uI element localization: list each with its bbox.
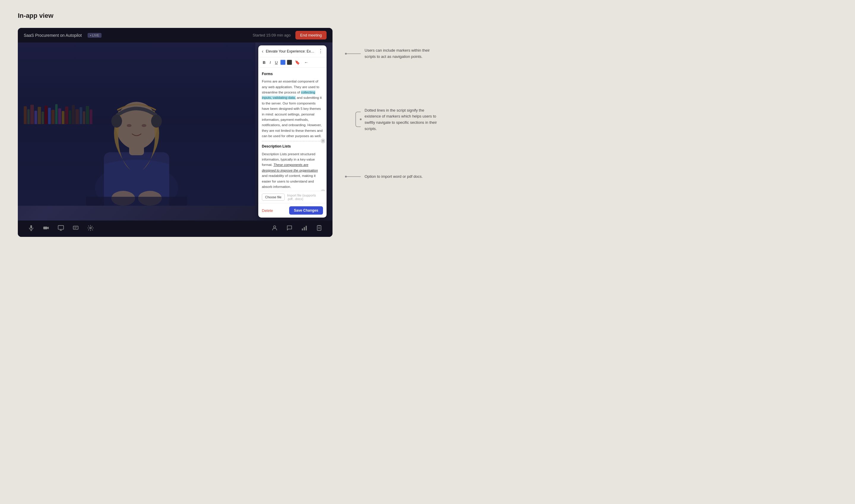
file-import-area: Choose file Import file (supports .pdf, … [258, 191, 326, 203]
description-lists-text: Description Lists present structured inf… [262, 151, 323, 190]
clipboard-button[interactable] [315, 223, 324, 234]
svg-point-30 [345, 53, 347, 55]
svg-rect-26 [317, 226, 321, 231]
svg-rect-24 [304, 227, 305, 230]
svg-rect-23 [302, 229, 303, 230]
script-panel-title: Elevate Your Experience: Exclusi... [266, 49, 316, 53]
script-more-button[interactable]: ⋮ [318, 48, 323, 54]
divider-close-1[interactable]: ✕ [321, 139, 325, 143]
svg-rect-25 [306, 226, 307, 231]
annotation-dotted-lines: Dotted lines in the script signify the e… [344, 107, 439, 132]
script-toolbar: B I U 🔖 ← [258, 57, 326, 68]
video-area: ‹ Elevate Your Experience: Exclusi... ⋮ … [18, 42, 333, 220]
annotations-panel: Users can include markers within their s… [344, 12, 439, 216]
annotation-arrow-2 [344, 110, 362, 128]
script-panel-header: ‹ Elevate Your Experience: Exclusi... ⋮ [258, 46, 326, 57]
svg-rect-18 [73, 226, 78, 230]
person-video [18, 42, 255, 206]
underline-button[interactable]: U [273, 59, 279, 66]
file-import-row: Choose file Import file (supports .pdf, … [262, 194, 323, 201]
color-swatch-blue[interactable] [280, 60, 286, 65]
script-content[interactable]: Forms Forms are an essential component o… [258, 68, 326, 191]
annotation-import-docs-text: Option to import word or pdf docs. [364, 174, 423, 180]
annotation-import-docs: Option to import word or pdf docs. [344, 174, 439, 180]
screen-share-button[interactable] [56, 223, 65, 234]
mic-button[interactable] [27, 223, 36, 234]
right-controls [270, 223, 324, 234]
annotation-arrow-3 [344, 174, 362, 180]
meeting-container: SaaS Procurement on Autopilot • LIVE Sta… [18, 28, 333, 237]
annotation-nav-markers-text: Users can include markers within their s… [364, 48, 439, 60]
meeting-bottombar [18, 220, 333, 237]
description-lists-section: Description Lists Description Lists pres… [262, 144, 323, 190]
end-meeting-button[interactable]: End meeting [296, 31, 326, 39]
dotted-line-1 [262, 141, 323, 141]
annotation-arrow-1 [344, 51, 362, 57]
settings-button[interactable] [86, 223, 95, 234]
bold-button[interactable]: B [261, 59, 267, 66]
svg-rect-11 [30, 225, 32, 229]
meeting-topbar: SaaS Procurement on Autopilot • LIVE Sta… [18, 28, 333, 42]
delete-button[interactable]: Delete [262, 209, 273, 213]
participants-button[interactable] [270, 223, 279, 234]
started-text: Started 15:09 min ago [253, 33, 291, 37]
annotation-dotted-lines-text: Dotted lines in the script signify the e… [364, 107, 439, 132]
meeting-title: SaaS Procurement on Autopilot [24, 33, 82, 38]
svg-point-21 [90, 227, 91, 229]
italic-underline-text: These components are designed to improve… [262, 163, 318, 172]
save-changes-button[interactable]: Save Changes [289, 206, 323, 215]
color-swatch-dark[interactable] [287, 60, 292, 65]
choose-file-button[interactable]: Choose file [262, 194, 285, 201]
svg-rect-15 [58, 226, 64, 230]
highlight-collecting-inputs: collecting inputs, validating data, [262, 91, 315, 100]
forms-heading: Forms [262, 71, 323, 77]
svg-point-31 [360, 119, 361, 120]
camera-button[interactable] [41, 223, 51, 234]
description-lists-heading: Description Lists [262, 144, 323, 149]
file-import-placeholder: Import file (supports .pdf, .docx) [287, 194, 323, 201]
script-footer: Delete Save Changes [258, 203, 326, 218]
svg-rect-14 [43, 227, 48, 229]
analytics-button[interactable] [300, 223, 309, 234]
italic-button[interactable]: I [268, 59, 272, 66]
page-title: In-app view [18, 12, 333, 20]
left-controls [27, 223, 95, 234]
svg-point-33 [345, 176, 347, 178]
forms-section: Forms Forms are an essential component o… [262, 71, 323, 139]
live-badge: • LIVE [88, 33, 102, 38]
divider-close-2[interactable]: ✕ [321, 190, 325, 191]
forms-text: Forms are an essential component of any … [262, 79, 323, 139]
annotation-nav-markers: Users can include markers within their s… [344, 48, 439, 60]
chat-bubble-button[interactable] [285, 223, 294, 234]
arrow-back-button[interactable]: ← [303, 59, 310, 66]
script-back-button[interactable]: ‹ [262, 49, 263, 54]
divider-1: ✕ [262, 141, 323, 141]
script-panel: ‹ Elevate Your Experience: Exclusi... ⋮ … [258, 46, 326, 218]
svg-point-22 [273, 226, 275, 228]
bookmark-button[interactable]: 🔖 [293, 59, 301, 66]
chat-button[interactable] [71, 223, 80, 234]
